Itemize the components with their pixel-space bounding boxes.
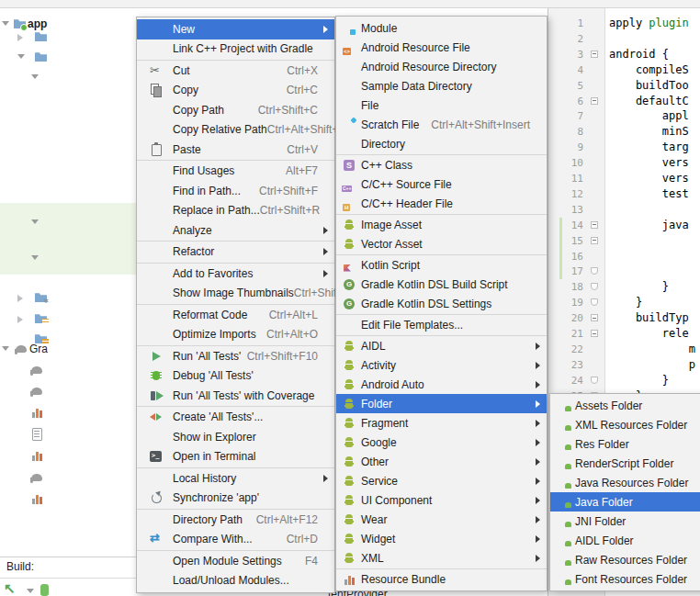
- menu-item-raw-resources-folder[interactable]: Raw Resources Folder: [550, 550, 700, 569]
- menu-item-c-c-source-file[interactable]: C/C++ Source File: [336, 174, 547, 194]
- menu-item-aidl[interactable]: AIDL: [336, 336, 547, 355]
- menu-item-compare-with[interactable]: Compare With...Ctrl+D: [137, 530, 334, 550]
- menu-item-label: Android Resource File: [361, 41, 470, 54]
- menu-item-analyze[interactable]: Analyze: [137, 220, 334, 241]
- menu-item-copy-relative-path[interactable]: Copy Relative PathCtrl+Alt+Shift+C: [137, 120, 334, 141]
- fold-marker-icon[interactable]: [591, 51, 598, 58]
- menu-item-show-in-explorer[interactable]: Show in Explorer: [137, 427, 334, 447]
- fold-marker-icon[interactable]: [591, 97, 598, 105]
- tree-expander-icon[interactable]: [17, 34, 23, 41]
- menu-item-fragment[interactable]: Fragment: [336, 413, 547, 433]
- tree-expander-icon[interactable]: [2, 21, 9, 26]
- menu-item-edit-file-templates[interactable]: Edit File Templates...: [336, 315, 547, 334]
- menu-item-other[interactable]: Other: [336, 452, 547, 471]
- editor-line: 14 java: [548, 218, 700, 233]
- menu-item-aidl-folder[interactable]: AIDL Folder: [550, 531, 700, 550]
- menu-item-optimize-imports[interactable]: Optimize ImportsCtrl+Alt+O: [137, 325, 334, 345]
- menu-item-local-history[interactable]: Local History: [137, 468, 334, 489]
- menu-item-android-resource-directory[interactable]: Android Resource Directory: [336, 57, 547, 76]
- tree-expander-icon[interactable]: [31, 74, 39, 79]
- menu-item-replace-in-path[interactable]: Replace in Path...Ctrl+Shift+R: [137, 201, 334, 221]
- menu-item-refactor[interactable]: Refactor: [137, 242, 334, 263]
- menu-item-create-all-tests[interactable]: Create 'All Tests'...: [137, 408, 334, 428]
- tree-expander-icon[interactable]: [31, 255, 39, 260]
- fold-marker-icon[interactable]: [591, 298, 598, 306]
- menu-item-open-in-terminal[interactable]: Open in Terminal: [137, 447, 334, 467]
- menu-item-c-class[interactable]: C++ Class: [336, 155, 547, 174]
- menu-item-load-unload-modules[interactable]: Load/Unload Modules...: [137, 571, 334, 591]
- tree-expander-icon[interactable]: [17, 54, 25, 59]
- menu-item-new[interactable]: New: [137, 19, 334, 39]
- tree-expander-icon[interactable]: [2, 346, 9, 351]
- menu-item-directory[interactable]: Directory: [336, 134, 547, 153]
- menu-item-java-folder[interactable]: Java Folder: [550, 492, 700, 512]
- menu-item-copy-path[interactable]: Copy PathCtrl+Shift+C: [137, 100, 334, 120]
- menu-item-run-all-tests[interactable]: Run 'All Tests'Ctrl+Shift+F10: [137, 346, 334, 366]
- build-hammer-icon[interactable]: [4, 581, 18, 596]
- menu-item-icon-column: [342, 551, 356, 566]
- menu-item-android-resource-file[interactable]: Android Resource File: [336, 38, 547, 57]
- menu-item-kotlin-script[interactable]: Kotlin Script: [336, 255, 547, 275]
- menu-item-res-folder[interactable]: Res Folder: [550, 434, 700, 454]
- menu-item-synchronize-app[interactable]: Synchronize 'app': [137, 489, 334, 509]
- menu-item-java-resources-folder[interactable]: Java Resources Folder: [550, 473, 700, 492]
- tree-item-label[interactable]: app: [28, 17, 47, 30]
- menu-item-find-in-path[interactable]: Find in Path...Ctrl+Shift+F: [137, 181, 334, 201]
- menu-item-service[interactable]: Service: [336, 471, 547, 490]
- menu-item-directory-path[interactable]: Directory PathCtrl+Alt+F12: [137, 510, 334, 530]
- menu-item-module[interactable]: Module: [336, 18, 547, 38]
- menu-item-wear[interactable]: Wear: [336, 510, 547, 529]
- fold-marker-icon[interactable]: [591, 314, 598, 321]
- menu-item-add-to-favorites[interactable]: Add to Favorites: [137, 264, 334, 284]
- menu-item-link-c-project-with-gradle[interactable]: Link C++ Project with Gradle: [137, 39, 334, 60]
- menu-item-activity[interactable]: Activity: [336, 355, 547, 375]
- android-icon: [342, 218, 356, 232]
- menu-item-gradle-kotlin-dsl-build-script[interactable]: Gradle Kotlin DSL Build Script: [336, 275, 547, 294]
- menu-item-scratch-file[interactable]: Scratch FileCtrl+Alt+Shift+Insert: [336, 115, 547, 134]
- tree-expander-icon[interactable]: [17, 295, 23, 302]
- menu-item-vector-asset[interactable]: Vector Asset: [336, 234, 547, 253]
- menu-item-widget[interactable]: Widget: [336, 529, 547, 548]
- tree-item-label[interactable]: Gra: [29, 343, 48, 355]
- build-expander-icon[interactable]: [27, 589, 34, 593]
- menu-item-label: Copy Path: [173, 104, 224, 117]
- menu-item-copy[interactable]: CopyCtrl+C: [137, 81, 334, 101]
- fold-marker-icon[interactable]: [591, 237, 598, 244]
- menu-item-resource-bundle[interactable]: Resource Bundle: [336, 569, 547, 589]
- menu-item-sample-data-directory[interactable]: Sample Data Directory: [336, 76, 547, 96]
- menu-item-folder[interactable]: Folder: [336, 394, 547, 413]
- menu-item-android-auto[interactable]: Android Auto: [336, 375, 547, 394]
- fold-marker-icon[interactable]: [591, 283, 598, 290]
- menu-item-show-image-thumbnails[interactable]: Show Image ThumbnailsCtrl+Shift+T: [137, 284, 334, 304]
- menu-item-image-asset[interactable]: Image Asset: [336, 215, 547, 234]
- menu-item-cut[interactable]: CutCtrl+X: [137, 61, 334, 81]
- tree-expander-icon[interactable]: [17, 316, 23, 323]
- menu-item-xml-resources-folder[interactable]: XML Resources Folder: [550, 415, 700, 434]
- menu-item-gradle-kotlin-dsl-settings[interactable]: Gradle Kotlin DSL Settings: [336, 294, 547, 313]
- fold-marker-icon[interactable]: [591, 330, 598, 337]
- tree-expander-icon[interactable]: [31, 219, 39, 224]
- menu-item-ui-component[interactable]: UI Component: [336, 490, 547, 510]
- file-icon: [29, 427, 44, 442]
- menu-item-icon-column: [149, 449, 165, 464]
- menu-item-find-usages[interactable]: Find UsagesAlt+F7: [137, 162, 334, 182]
- menu-item-c-c-header-file[interactable]: C/C++ Header File: [336, 194, 547, 213]
- menu-item-run-all-tests-with-coverage[interactable]: Run 'All Tests' with Coverage: [137, 386, 334, 406]
- menu-item-jni-folder[interactable]: JNI Folder: [550, 512, 700, 531]
- menu-item-shortcut: Ctrl+Shift+F: [259, 185, 323, 197]
- menu-item-xml[interactable]: XML: [336, 548, 547, 568]
- menu-item-debug-all-tests[interactable]: Debug 'All Tests': [137, 366, 334, 387]
- menu-item-assets-folder[interactable]: Assets Folder: [550, 396, 700, 415]
- fold-marker-icon[interactable]: [591, 267, 598, 275]
- fold-marker-icon[interactable]: [591, 377, 598, 384]
- menu-item-google[interactable]: Google: [336, 433, 547, 452]
- menu-item-file[interactable]: File: [336, 96, 547, 115]
- menu-item-font-resources-folder[interactable]: Font Resources Folder: [550, 569, 700, 589]
- menu-item-open-module-settings[interactable]: Open Module SettingsF4: [137, 551, 334, 571]
- menu-item-reformat-code[interactable]: Reformat CodeCtrl+Alt+L: [137, 305, 334, 325]
- menu-item-renderscript-folder[interactable]: RenderScript Folder: [550, 454, 700, 473]
- gradle-icon: [342, 297, 356, 311]
- folder-android-icon: [557, 418, 571, 433]
- fold-marker-icon[interactable]: [591, 221, 598, 229]
- menu-item-paste[interactable]: PasteCtrl+V: [137, 140, 334, 160]
